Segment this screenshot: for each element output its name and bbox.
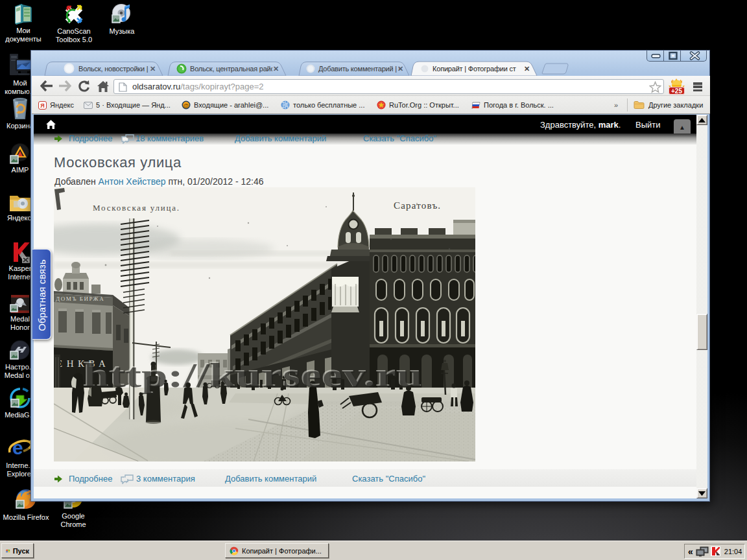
svg-text:Московская улица.: Московская улица. — [93, 203, 180, 213]
svg-text:Я: Я — [40, 102, 44, 109]
svg-text:ДОМЪ БИРЖА: ДОМЪ БИРЖА — [56, 296, 104, 302]
svg-text:http://kurseev.ru: http://kurseev.ru — [84, 357, 423, 394]
svg-text:+25: +25 — [671, 88, 682, 95]
svg-text:Саратовъ.: Саратовъ. — [394, 200, 441, 211]
svg-text:@: @ — [184, 102, 189, 109]
